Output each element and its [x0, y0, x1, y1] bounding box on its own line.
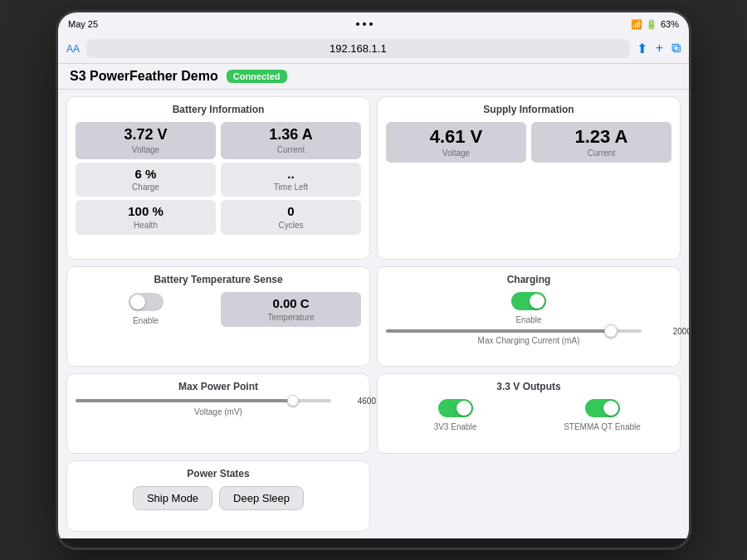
browser-icons: ⬆ + ⧉ — [637, 41, 681, 56]
battery-cycles-box: 0 Cycles — [221, 200, 361, 235]
browser-bar: AA 192.168.1.1 ⬆ + ⧉ — [58, 36, 689, 64]
charging-title: Charging — [386, 274, 671, 285]
dot2 — [363, 22, 366, 26]
supply-title: Supply Information — [386, 104, 671, 115]
deep-sleep-button[interactable]: Deep Sleep — [219, 486, 304, 510]
battery-health-box: 100 % Health — [76, 200, 216, 235]
charging-enable-label: Enable — [515, 315, 541, 324]
status-time: May 25 — [68, 19, 98, 29]
battery-cycles-label: Cycles — [227, 221, 354, 230]
battery-temp-card: Battery Temperature Sense Enable 0.00 C … — [66, 266, 370, 367]
voltage-slider-label: Voltage (mV) — [76, 407, 361, 416]
v3-toggle-item: 3V3 Enable — [386, 399, 525, 431]
charging-slider-label: Max Charging Current (mA) — [386, 336, 671, 345]
status-bar: May 25 📶 🔋 63% — [58, 12, 689, 36]
stemma-toggle-item: STEMMA QT Enable — [533, 399, 671, 431]
power-states-card: Power States Ship Mode Deep Sleep — [66, 460, 370, 532]
stemma-knob — [603, 401, 618, 416]
battery-time-value: .. — [227, 168, 354, 182]
battery-time-label: Time Left — [227, 183, 354, 192]
battery-temp-value: 0.00 C — [227, 297, 354, 311]
battery-charge-box: 6 % Charge — [76, 163, 216, 197]
charging-knob — [530, 294, 544, 309]
charging-slider-track — [386, 329, 642, 333]
v3-toggle[interactable] — [438, 399, 473, 417]
battery-health-label: Health — [82, 221, 209, 230]
max-power-title: Max Power Point — [76, 381, 361, 392]
ship-mode-button[interactable]: Ship Mode — [133, 486, 212, 510]
battery-charge-value: 6 % — [82, 168, 209, 182]
v3-knob — [456, 401, 471, 416]
battery-current-value: 1.36 A — [227, 127, 354, 144]
battery-bot-row: 100 % Health 0 Cycles — [76, 200, 361, 235]
charging-slider-end: 2000 — [673, 327, 689, 336]
battery-temp-enable-label: Enable — [133, 316, 159, 325]
charging-slider-container: 2000 Max Charging Current (mA) — [386, 329, 671, 345]
page-title: S3 PowerFeather Demo — [70, 69, 218, 84]
voltage-thumb[interactable] — [287, 395, 299, 407]
battery-pct: 63% — [661, 19, 679, 29]
battery-temp-toggle-row: Enable — [76, 293, 216, 325]
battery-voltage-box: 3.72 V Voltage — [76, 122, 216, 159]
battery-top-row: 3.72 V Voltage 1.36 A Current — [76, 122, 361, 159]
charging-slider-thumb[interactable] — [604, 324, 618, 338]
battery-temp-row: Enable 0.00 C Temperature — [76, 292, 361, 327]
battery-voltage-label: Voltage — [82, 145, 209, 154]
supply-voltage-box: 4.61 V Voltage — [386, 122, 526, 163]
battery-title: Battery Information — [76, 104, 361, 115]
battery-temp-value-box: 0.00 C Temperature — [221, 292, 361, 327]
voltage-end-label: 4600 — [358, 397, 376, 406]
battery-temp-toggle[interactable] — [129, 293, 164, 311]
battery-time-box: .. Time Left — [221, 163, 361, 197]
voltage-track — [76, 399, 331, 402]
outputs-title: 3.3 V Outputs — [386, 381, 671, 392]
battery-health-value: 100 % — [82, 205, 209, 219]
status-right: 📶 🔋 63% — [631, 19, 679, 30]
url-bar[interactable]: 192.168.1.1 — [86, 39, 630, 58]
battery-mid-row: 6 % Charge .. Time Left — [76, 163, 361, 197]
dot3 — [369, 22, 373, 26]
aa-button[interactable]: AA — [66, 43, 80, 55]
wifi-icon: 📶 — [631, 19, 642, 30]
supply-voltage-label: Voltage — [393, 149, 520, 158]
page-header: S3 PowerFeather Demo Connected — [58, 64, 689, 90]
outputs-card: 3.3 V Outputs 3V3 Enable STEMMA QT Enabl… — [377, 373, 681, 453]
battery-charge-label: Charge — [82, 183, 209, 192]
battery-temp-label: Temperature — [227, 313, 354, 322]
status-center — [356, 22, 373, 26]
power-states-title: Power States — [76, 468, 361, 480]
max-power-card: Max Power Point 4600 Voltage (mV) — [66, 373, 370, 453]
supply-card: Supply Information 4.61 V Voltage 1.23 A… — [377, 96, 681, 260]
charging-card: Charging Enable 2000 Max Charging Curren… — [377, 266, 681, 367]
stemma-label: STEMMA QT Enable — [564, 422, 641, 431]
upload-icon[interactable]: ⬆ — [637, 41, 647, 56]
supply-current-box: 1.23 A Current — [531, 122, 671, 163]
add-tab-icon[interactable]: + — [656, 41, 663, 56]
tablet-frame: May 25 📶 🔋 63% AA 192.168.1.1 ⬆ + ⧉ S3 P… — [58, 12, 689, 548]
voltage-fill — [76, 399, 293, 402]
power-states-buttons: Ship Mode Deep Sleep — [76, 486, 361, 510]
charging-toggle-row: Enable — [386, 292, 671, 324]
stemma-toggle[interactable] — [585, 399, 620, 417]
supply-current-value: 1.23 A — [538, 127, 665, 147]
battery-card: Battery Information 3.72 V Voltage 1.36 … — [66, 96, 370, 260]
battery-temp-knob — [130, 295, 145, 309]
battery-temp-title: Battery Temperature Sense — [76, 274, 361, 285]
supply-current-label: Current — [538, 149, 665, 158]
v3-label: 3V3 Enable — [434, 422, 477, 431]
battery-icon: 🔋 — [646, 19, 657, 30]
battery-current-label: Current — [227, 145, 354, 154]
battery-cycles-value: 0 — [227, 205, 354, 219]
tabs-icon[interactable]: ⧉ — [671, 41, 681, 56]
main-content: Battery Information 3.72 V Voltage 1.36 … — [58, 90, 689, 538]
outputs-toggle-pair: 3V3 Enable STEMMA QT Enable — [386, 399, 671, 431]
dot1 — [356, 22, 359, 26]
supply-voltage-value: 4.61 V — [393, 127, 520, 147]
connected-badge: Connected — [227, 70, 287, 83]
charging-slider-fill — [386, 329, 611, 333]
supply-row: 4.61 V Voltage 1.23 A Current — [386, 122, 671, 163]
battery-current-box: 1.36 A Current — [221, 122, 361, 159]
charging-enable-toggle[interactable] — [511, 292, 546, 310]
battery-voltage-value: 3.72 V — [82, 127, 209, 144]
